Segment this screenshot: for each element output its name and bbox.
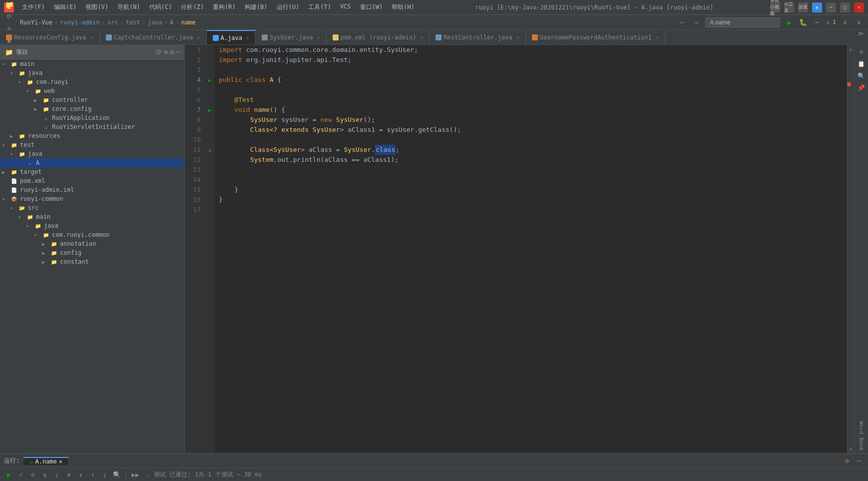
settings-btn[interactable]: 设置 <box>798 2 808 12</box>
maximize-btn[interactable]: □ <box>840 2 850 12</box>
sidebar-item-controller[interactable]: ▶ 📁 controller <box>0 95 184 104</box>
nav-expand-btn[interactable]: ∧ <box>840 17 850 27</box>
word-book-label[interactable]: Word Book <box>858 421 865 451</box>
run-expand-btn[interactable]: ↕ <box>76 470 86 480</box>
sidebar-item-constant[interactable]: ▶ 📁 constant <box>0 257 184 266</box>
sidebar-item-main2[interactable]: ▾ 📁 main <box>0 212 184 221</box>
nav-scroll-up-btn[interactable]: ∨ <box>854 17 864 27</box>
sidebar-item-java3[interactable]: ▾ 📁 java <box>0 221 184 230</box>
nav-debug-btn[interactable]: 🐛 <box>798 17 808 27</box>
sidebar-item-main[interactable]: ▾ 📁 main <box>0 59 184 68</box>
sidebar-item-resources[interactable]: ▶ 📁 resources <box>0 131 184 140</box>
tab-rest-controller[interactable]: RestController.java ✕ <box>430 30 525 44</box>
run-sort-desc[interactable]: ↓ <box>52 470 62 480</box>
sidebar-item-config[interactable]: ▶ 📁 config <box>0 248 184 257</box>
tab-close-pom[interactable]: ✕ <box>420 34 423 40</box>
sidebar-item-com-ruoyi-common[interactable]: ▾ 📁 com.ruoyi.common <box>0 230 184 239</box>
menu-nav[interactable]: 导航(N) <box>113 2 144 12</box>
sidebar-item-annotation[interactable]: ▶ 📁 annotation <box>0 239 184 248</box>
menu-help[interactable]: 帮助(H) <box>388 2 419 12</box>
run-down-btn[interactable]: ↓ <box>100 470 110 480</box>
sidebar-item-web[interactable]: ▾ 📁 web <box>0 86 184 95</box>
run-search-btn[interactable]: 🔍 <box>112 470 122 480</box>
sidebar-item-target[interactable]: ▶ 📁 target <box>0 167 184 176</box>
run-reload-btn[interactable]: ⊙ <box>28 470 38 480</box>
tab-close-a[interactable]: ✕ <box>246 35 249 40</box>
menu-code[interactable]: 代码(C) <box>145 2 176 12</box>
breadcrumb-ruoyi-admin[interactable]: ruoyi-admin <box>60 19 99 26</box>
sidebar-item-java2[interactable]: ▾ 📁 java <box>0 149 184 158</box>
run-sort-asc[interactable]: ⇅ <box>40 470 50 480</box>
sidebar-item-ruoyi-common[interactable]: ▾ 📦 ruoyi-common <box>0 194 184 203</box>
rerun-btn[interactable]: ▶ <box>4 470 14 480</box>
tab-close-resources[interactable]: ✕ <box>90 34 93 40</box>
sidebar-item-ruoyi-servlet[interactable]: ▶ ☕ RuoYiServletInitializer <box>0 122 184 131</box>
nav-search-input[interactable] <box>705 17 780 27</box>
run-minimize-btn[interactable]: ─ <box>854 456 864 466</box>
sidebar-item-com-ruoyi[interactable]: ▾ 📁 com.ruoyi <box>0 77 184 86</box>
sidebar-item-java1[interactable]: ▾ 📁 java <box>0 68 184 77</box>
editor-scroll-area[interactable]: 1 2 3 4 5 6 7 8 9 10 11 12 13 14 15 16 1… <box>185 45 854 453</box>
scroll-down-btn[interactable]: ▼ <box>848 446 853 453</box>
sidebar-item-ruoyi-app[interactable]: ▶ ☕ RuoYiApplication <box>0 113 184 122</box>
run-up-btn[interactable]: ↑ <box>88 470 98 480</box>
sidebar-item-core-config[interactable]: ▶ 📁 core.config <box>0 104 184 113</box>
menu-build[interactable]: 构建(B) <box>241 2 272 12</box>
gutter-run-line7[interactable]: ▶ <box>205 105 215 115</box>
nav-prev-btn[interactable]: ← <box>677 17 687 27</box>
sidebar-gear-icon[interactable]: ⚙ <box>170 48 174 56</box>
run-tab-close[interactable]: ✕ <box>59 458 62 465</box>
tools-btn[interactable]: 小工具 <box>784 2 794 12</box>
sidebar-collapse-icon[interactable]: ≡ <box>164 48 168 56</box>
tab-close-rest[interactable]: ✕ <box>516 34 519 40</box>
tab-resources-config[interactable]: ResourcesConfig.java ✕ <box>0 30 100 44</box>
sidebar-item-iml[interactable]: ▶ 📄 ruoyi-admin.iml <box>0 185 184 194</box>
nav-fwd-btn[interactable]: → <box>691 17 701 27</box>
breadcrumb-java[interactable]: java <box>148 19 162 26</box>
run-next-btn[interactable]: ▶▶ <box>130 470 140 480</box>
menu-window[interactable]: 窗口(W) <box>356 2 387 12</box>
run-tab-aname[interactable]: ☕ A.name ✕ <box>23 457 69 465</box>
code-content[interactable]: import com.ruoyi.common.core.domain.enti… <box>215 45 847 453</box>
run-settings-btn[interactable]: ⚙ <box>842 456 852 466</box>
breadcrumb-src[interactable]: src <box>107 19 118 26</box>
menu-analyze[interactable]: 分析(Z) <box>177 2 208 12</box>
nav-play-btn[interactable]: ▶ <box>784 17 794 27</box>
record-video-btn[interactable]: 录制小视频 <box>770 2 780 12</box>
sidebar-hide-icon[interactable]: ─ <box>176 48 180 56</box>
breadcrumb-A[interactable]: A <box>170 19 173 26</box>
run-group-btn[interactable]: ≡ <box>64 470 74 480</box>
close-btn[interactable]: ✕ <box>854 2 864 12</box>
menu-refactor[interactable]: 重构(R) <box>209 2 240 12</box>
sidebar-item-pom[interactable]: ▶ 📄 pom.xml <box>0 176 184 185</box>
right-panel-btn4[interactable]: 📌 <box>857 83 867 93</box>
tab-close-captcha[interactable]: ✕ <box>197 34 200 40</box>
menu-file[interactable]: 文件(F) <box>18 2 49 12</box>
menu-tools[interactable]: 工具(T) <box>304 2 335 12</box>
tabs-overflow-btn[interactable]: ≫ <box>854 30 868 44</box>
tab-username-pw[interactable]: UsernamePasswordAuthentication1 ✕ <box>526 30 665 44</box>
nav-more-btn[interactable]: ⋯ <box>812 17 822 27</box>
right-panel-btn2[interactable]: 📋 <box>857 59 867 69</box>
sidebar-item-test[interactable]: ▾ 📁 test <box>0 140 184 149</box>
breadcrumb-test[interactable]: test <box>126 19 140 26</box>
breadcrumb-ruoyi-vue[interactable]: RuoYi-Vue <box>20 19 52 26</box>
tab-close-unpw[interactable]: ✕ <box>656 34 659 40</box>
tab-captcha-controller[interactable]: CaptchaController.java ✕ <box>100 30 207 44</box>
right-panel-btn1[interactable]: ⚙ <box>857 47 867 57</box>
nav-project-toggle[interactable]: 📁 <box>4 0 14 9</box>
editor-scrollbar[interactable]: ▲ ▼ <box>847 45 854 453</box>
scroll-up-btn[interactable]: ▲ <box>848 45 853 52</box>
breadcrumb-name[interactable]: name <box>181 19 196 26</box>
tab-a-java[interactable]: A.java ✕ <box>207 30 256 44</box>
menu-view[interactable]: 视图(V) <box>81 2 112 12</box>
gutter-run-line4[interactable]: ▶ <box>205 75 215 85</box>
menu-vcs[interactable]: VCS <box>336 2 355 12</box>
sidebar-item-A[interactable]: ▶ ☕ A <box>0 158 184 167</box>
minimize-btn[interactable]: ─ <box>826 2 836 12</box>
run-stop-btn[interactable]: ✓ <box>16 470 26 480</box>
tab-sysuser[interactable]: SysUser.java ✕ <box>256 30 327 44</box>
right-panel-btn3[interactable]: 🔍 <box>857 71 867 81</box>
sidebar-item-src[interactable]: ▾ 📂 src <box>0 203 184 212</box>
sidebar-sync-icon[interactable]: ⟳ <box>156 48 162 56</box>
